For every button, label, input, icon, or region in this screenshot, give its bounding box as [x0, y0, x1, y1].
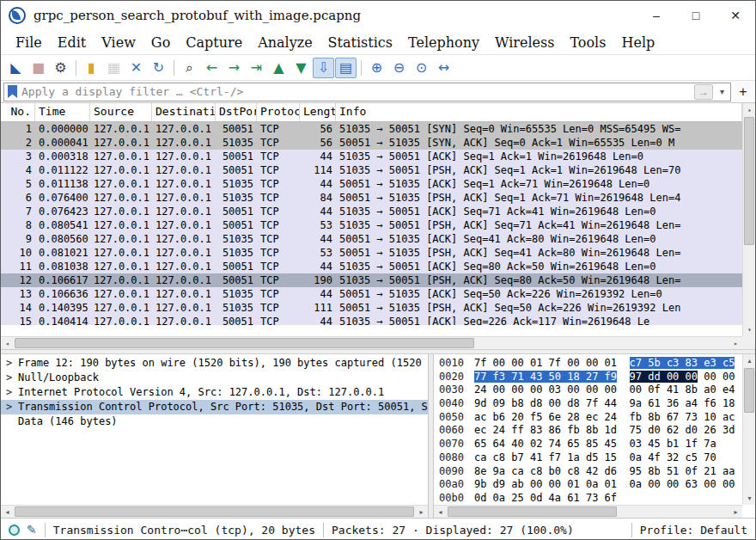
capture-comment-icon[interactable]: ✎	[27, 523, 37, 537]
filter-apply-button[interactable]: →	[694, 84, 713, 100]
packet-row-15[interactable]: 150.140414127.0.0.1127.0.0.150051TCP4451…	[1, 315, 742, 325]
bytes-hscrollbar[interactable]: ◂ ▸	[434, 505, 742, 518]
detail-line-tcp[interactable]: >Transmission Control Protocol, Src Port…	[1, 400, 428, 414]
zoom-in-icon[interactable]: ⊕	[366, 58, 387, 78]
start-capture-icon[interactable]: ◣	[5, 58, 27, 78]
column-header-no[interactable]: No.	[1, 103, 35, 121]
hex-row-0070[interactable]: 007065 64 40 02 74 65 85 45 03 45 b1 1f …	[439, 438, 742, 451]
packet-row-5[interactable]: 50.011138127.0.0.1127.0.0.151035TCP44500…	[1, 177, 742, 191]
menu-item-statistics[interactable]: Statistics	[320, 33, 400, 52]
expander-icon[interactable]: >	[6, 356, 18, 371]
go-forward-icon[interactable]: →	[223, 58, 245, 78]
menu-item-help[interactable]: Help	[613, 33, 662, 52]
scroll-down-icon[interactable]: ▾	[743, 323, 756, 336]
scroll-up-icon[interactable]: ▴	[743, 354, 756, 367]
open-file-icon[interactable]: ▮	[81, 58, 102, 78]
scroll-right-icon[interactable]: ▸	[415, 506, 428, 519]
packet-row-7[interactable]: 70.076423127.0.0.1127.0.0.150051TCP44510…	[1, 205, 742, 218]
capture-options-icon[interactable]: ⚙	[50, 58, 71, 78]
go-top-icon[interactable]: ▲	[268, 58, 290, 78]
hex-row-0020[interactable]: 002077 f3 71 43 50 18 27 f9 97 dd 00 00 …	[439, 371, 742, 384]
go-back-icon[interactable]: ←	[201, 58, 223, 78]
packet-row-14[interactable]: 140.140395127.0.0.1127.0.0.151035TCP1115…	[1, 301, 742, 315]
column-header-protoc[interactable]: Protoc	[257, 103, 300, 121]
menu-item-tools[interactable]: Tools	[562, 33, 613, 52]
auto-scroll-icon[interactable]: ⇩	[313, 58, 334, 78]
bytes-vscrollbar[interactable]: ▴ ▾	[742, 354, 755, 505]
hex-row-0060[interactable]: 0060ec 24 ff 83 86 fb 8b 1d 75 d0 62 d0 …	[439, 424, 742, 438]
packet-row-10[interactable]: 100.081021127.0.0.1127.0.0.151035TCP5350…	[1, 246, 742, 260]
column-header-lengt[interactable]: Lengt	[300, 103, 336, 121]
column-header-info[interactable]: Info	[336, 103, 742, 121]
stop-capture-icon[interactable]: ■	[27, 58, 49, 78]
packet-list-hscrollbar[interactable]: ◂ ▸	[1, 336, 742, 349]
hex-row-0050[interactable]: 0050ac b6 20 f5 6e 28 ec 24 fb 8b 67 73 …	[439, 411, 742, 425]
hex-row-0040[interactable]: 00409d 09 b8 d8 00 d8 7f 44 9a 61 36 a4 …	[439, 397, 742, 411]
go-to-packet-icon[interactable]: ⇥	[246, 58, 267, 78]
scroll-left-icon[interactable]: ◂	[1, 337, 14, 350]
packet-row-9[interactable]: 90.080560127.0.0.1127.0.0.151035TCP44500…	[1, 232, 742, 246]
maximize-button[interactable]: □	[676, 1, 716, 30]
scroll-up-icon[interactable]: ▴	[743, 103, 756, 116]
packet-row-6[interactable]: 60.076400127.0.0.1127.0.0.151035TCP84500…	[1, 191, 742, 205]
zoom-original-icon[interactable]: ⊙	[411, 58, 432, 78]
reload-icon[interactable]: ↻	[148, 58, 169, 78]
hex-row-0030[interactable]: 003024 00 00 00 03 00 00 00 00 0f 41 8b …	[439, 384, 742, 397]
colorize-icon[interactable]: ▤	[335, 58, 357, 78]
column-header-destinatio[interactable]: Destinatio	[152, 103, 216, 121]
filter-add-button[interactable]: +	[734, 83, 753, 101]
display-filter-field[interactable]: → ▾	[3, 83, 731, 101]
packet-list-vscrollbar[interactable]: ▴ ▾	[742, 103, 755, 336]
expert-info-icon[interactable]	[9, 525, 20, 536]
display-filter-input[interactable]	[21, 85, 690, 98]
save-file-icon[interactable]: ▦	[103, 58, 125, 78]
column-header-dstpor[interactable]: DstPor	[216, 103, 257, 121]
menu-item-file[interactable]: File	[8, 33, 50, 52]
menu-item-go[interactable]: Go	[143, 33, 178, 52]
find-packet-icon[interactable]: ⌕	[179, 58, 200, 78]
resize-columns-icon[interactable]: ↔	[433, 58, 454, 78]
go-bottom-icon[interactable]: ▼	[290, 58, 312, 78]
scroll-down-icon[interactable]: ▾	[743, 492, 756, 505]
packet-row-2[interactable]: 20.000041127.0.0.1127.0.0.151035TCP56500…	[1, 136, 742, 150]
menu-item-telephony[interactable]: Telephony	[400, 33, 487, 52]
detail-line-data[interactable]: Data (146 bytes)	[1, 414, 428, 429]
hex-row-00a0[interactable]: 00a09b d9 ab 00 00 01 0a 01 0a 00 00 63 …	[439, 478, 742, 492]
packet-row-4[interactable]: 40.011122127.0.0.1127.0.0.150051TCP11451…	[1, 163, 742, 177]
bookmark-icon[interactable]	[8, 85, 17, 98]
pane-splitter-vertical[interactable]	[428, 354, 434, 518]
close-file-icon[interactable]: ✕	[125, 58, 147, 78]
hscroll-thumb[interactable]	[15, 338, 474, 348]
menu-item-wireless[interactable]: Wireless	[487, 33, 562, 52]
menu-item-capture[interactable]: Capture	[178, 33, 250, 52]
packet-row-1[interactable]: 10.000000127.0.0.1127.0.0.150051TCP56510…	[1, 122, 742, 136]
menu-item-analyze[interactable]: Analyze	[250, 33, 320, 52]
menu-item-edit[interactable]: Edit	[50, 33, 94, 52]
scroll-left-icon[interactable]: ◂	[434, 506, 447, 519]
packet-row-3[interactable]: 30.000318127.0.0.1127.0.0.150051TCP44510…	[1, 150, 742, 163]
expander-icon[interactable]: >	[6, 385, 18, 400]
hscroll-thumb[interactable]	[448, 506, 617, 517]
close-button[interactable]: ✕	[716, 1, 755, 30]
minimize-button[interactable]: –	[637, 1, 676, 30]
expander-icon[interactable]: >	[6, 371, 18, 385]
column-header-time[interactable]: Time	[35, 103, 90, 121]
scroll-right-icon[interactable]: ▸	[729, 506, 742, 519]
detail-line-frame[interactable]: >Frame 12: 190 bytes on wire (1520 bits)…	[1, 356, 428, 371]
packet-row-11[interactable]: 110.081038127.0.0.1127.0.0.150051TCP4451…	[1, 260, 742, 273]
zoom-out-icon[interactable]: ⊖	[388, 58, 410, 78]
hex-row-0080[interactable]: 0080ca c8 b7 41 f7 1a d5 15 0a 4f 32 c5 …	[439, 451, 742, 465]
details-hscrollbar[interactable]: ◂ ▸	[1, 505, 428, 518]
status-profile[interactable]: Profile: Default	[640, 524, 747, 537]
expander-icon[interactable]: >	[6, 400, 18, 414]
packet-row-12[interactable]: 120.106617127.0.0.1127.0.0.150051TCP1905…	[1, 273, 742, 287]
hscroll-thumb[interactable]	[15, 506, 414, 517]
scroll-left-icon[interactable]: ◂	[1, 506, 14, 519]
menu-item-view[interactable]: View	[94, 33, 143, 52]
scroll-right-icon[interactable]: ▸	[729, 337, 742, 350]
vscroll-thumb[interactable]	[744, 368, 754, 413]
packet-row-13[interactable]: 130.106636127.0.0.1127.0.0.151035TCP4450…	[1, 287, 742, 301]
hex-row-00b0[interactable]: 00b00d 0a 25 0d 4a 61 73 6f	[439, 492, 742, 505]
detail-line-null-loopback[interactable]: >Null/Loopback	[1, 371, 428, 385]
detail-line-ipv4[interactable]: >Internet Protocol Version 4, Src: 127.0…	[1, 385, 428, 400]
